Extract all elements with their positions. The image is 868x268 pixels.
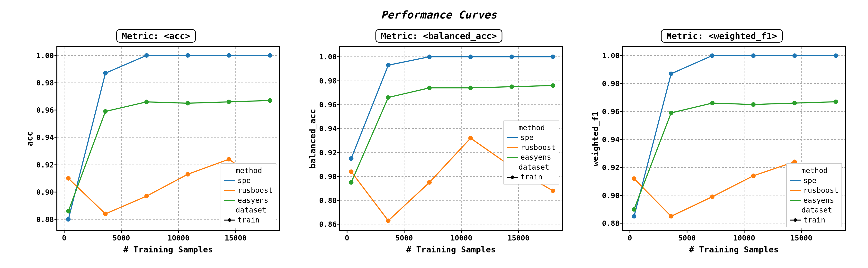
- series-marker-easyens: [186, 101, 189, 105]
- series-marker-spe: [834, 54, 837, 57]
- series-marker-spe: [510, 55, 514, 58]
- legend-label: easyens: [238, 196, 268, 205]
- y-axis-label: acc: [25, 46, 34, 231]
- series-marker-rusboost: [227, 157, 230, 161]
- y-tick-label: 1.00: [36, 51, 54, 60]
- legend-label: train: [238, 215, 259, 225]
- series-marker-easyens: [227, 100, 230, 103]
- series-marker-spe: [551, 55, 555, 58]
- y-tick-label: 0.88: [319, 196, 337, 205]
- series-marker-easyens: [669, 111, 673, 115]
- series-marker-rusboost: [67, 177, 70, 180]
- y-tick-label: 0.98: [36, 79, 54, 87]
- series-marker-spe: [710, 54, 714, 57]
- legend-item-rusboost: rusboost: [507, 143, 556, 153]
- series-marker-spe: [67, 218, 70, 221]
- series-marker-easyens: [710, 101, 714, 105]
- legend-title-method: method: [507, 123, 556, 133]
- legend-swatch: [507, 137, 518, 138]
- series-marker-rusboost: [349, 170, 353, 173]
- series-marker-rusboost: [551, 189, 555, 192]
- y-tick-label: 0.96: [602, 107, 619, 116]
- y-tick-label: 0.94: [602, 135, 619, 144]
- legend-label: spe: [521, 133, 534, 143]
- x-tick-label: 0: [62, 234, 66, 242]
- legend-title-method: method: [790, 166, 839, 176]
- chart-title: Metric: <acc>: [116, 29, 196, 42]
- x-tick-label: 0: [345, 234, 349, 242]
- series-marker-spe: [669, 72, 673, 76]
- legend: methodsperusboosteasyensdatasettrain: [503, 120, 559, 184]
- series-marker-spe: [145, 54, 148, 57]
- series-marker-easyens: [103, 110, 107, 113]
- series-marker-spe: [428, 55, 431, 58]
- legend-label: spe: [803, 176, 816, 186]
- series-marker-spe: [268, 54, 272, 57]
- legend-swatch: [790, 200, 801, 201]
- legend-swatch: [507, 147, 518, 148]
- legend-swatch: [224, 219, 235, 220]
- legend-label: easyens: [521, 152, 551, 162]
- plot-area: 0500010000150000.860.880.900.920.940.960…: [339, 46, 563, 231]
- series-marker-rusboost: [632, 177, 636, 180]
- legend: methodsperusboosteasyensdatasettrain: [786, 163, 842, 227]
- series-marker-easyens: [386, 96, 390, 99]
- chart-title: Metric: <balanced_acc>: [375, 29, 502, 42]
- series-marker-easyens: [834, 100, 837, 103]
- legend-item-train: train: [507, 172, 556, 182]
- series-marker-easyens: [428, 86, 431, 90]
- y-tick-label: 0.96: [319, 100, 337, 109]
- legend-label: train: [521, 172, 542, 182]
- legend-item-rusboost: rusboost: [790, 185, 839, 196]
- series-marker-rusboost: [669, 215, 673, 218]
- series-marker-easyens: [510, 85, 514, 88]
- x-tick-label: 5000: [678, 234, 696, 242]
- y-tick-label: 0.88: [36, 215, 54, 224]
- series-marker-spe: [349, 157, 353, 160]
- y-tick-label: 0.86: [319, 220, 337, 229]
- series-marker-rusboost: [710, 195, 714, 198]
- chart-panel-acc: Metric: <acc>0500010000150000.880.900.92…: [22, 32, 290, 261]
- series-marker-easyens: [268, 99, 272, 102]
- legend-item-rusboost: rusboost: [224, 185, 273, 196]
- series-marker-easyens: [751, 103, 755, 106]
- series-marker-spe: [103, 71, 107, 75]
- x-tick-label: 10000: [167, 234, 189, 242]
- legend-title-dataset: dataset: [507, 162, 556, 172]
- plot-area: 0500010000150000.880.900.920.940.960.981…: [622, 46, 846, 231]
- legend-label: rusboost: [238, 185, 273, 196]
- y-axis-label: balanced_acc: [308, 46, 317, 231]
- x-tick-label: 5000: [113, 234, 130, 242]
- x-axis-label: # Training Samples: [622, 245, 846, 255]
- series-marker-rusboost: [751, 174, 755, 177]
- legend-item-easyens: easyens: [507, 152, 556, 162]
- legend-label: spe: [238, 176, 251, 186]
- chart-panel-weighted_f1: Metric: <weighted_f1>0500010000150000.88…: [588, 32, 856, 261]
- y-tick-label: 0.88: [602, 219, 619, 228]
- series-marker-rusboost: [186, 173, 189, 176]
- legend-swatch: [507, 177, 518, 178]
- y-axis-label: weighted_f1: [590, 46, 600, 231]
- legend-label: rusboost: [521, 143, 556, 153]
- y-tick-label: 0.92: [602, 163, 619, 172]
- series-marker-rusboost: [428, 181, 431, 184]
- y-tick-label: 1.00: [602, 51, 619, 60]
- y-tick-label: 0.92: [36, 160, 54, 169]
- series-marker-rusboost: [793, 160, 796, 163]
- series-marker-easyens: [67, 209, 70, 213]
- legend-item-spe: spe: [790, 176, 839, 186]
- x-tick-label: 15000: [507, 234, 529, 242]
- x-axis-label: # Training Samples: [339, 245, 563, 255]
- x-axis-label: # Training Samples: [56, 245, 280, 255]
- series-marker-easyens: [469, 86, 472, 90]
- series-marker-spe: [227, 54, 230, 57]
- legend-label: rusboost: [803, 185, 839, 196]
- legend-item-train: train: [224, 215, 273, 225]
- x-tick-label: 5000: [396, 234, 413, 242]
- x-tick-label: 0: [628, 234, 632, 242]
- series-marker-spe: [186, 54, 189, 57]
- legend-swatch: [224, 200, 235, 201]
- x-tick-label: 15000: [225, 234, 247, 242]
- series-marker-easyens: [145, 100, 148, 103]
- legend-title-dataset: dataset: [224, 205, 273, 215]
